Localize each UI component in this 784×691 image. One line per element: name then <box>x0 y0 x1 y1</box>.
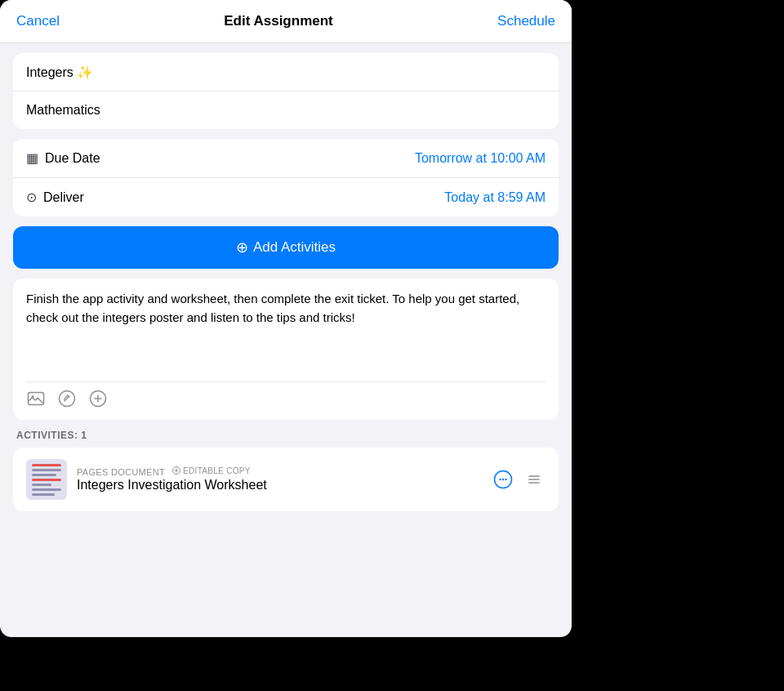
deliver-value[interactable]: Today at 8:59 AM <box>444 190 546 205</box>
activities-section: ACTIVITIES: 1 PAGES DOCUMENT <box>13 430 559 511</box>
schedule-button[interactable]: Schedule <box>497 13 555 29</box>
svg-point-6 <box>499 479 501 480</box>
header: Cancel Edit Assignment Schedule <box>0 0 572 43</box>
activity-reorder-handle[interactable] <box>523 468 546 491</box>
activity-item: PAGES DOCUMENT EDITABLE COPY Integers In… <box>13 448 559 511</box>
date-card: ▦ Due Date Tomorrow at 10:00 AM ⊙ Delive… <box>13 139 559 216</box>
activity-actions <box>492 468 546 491</box>
activity-name: Integers Investigation Worksheet <box>77 478 482 493</box>
clock-icon: ⊙ <box>26 189 37 205</box>
edit-assignment-panel: Cancel Edit Assignment Schedule ▦ Due Da… <box>0 0 572 637</box>
activity-type: PAGES DOCUMENT EDITABLE COPY <box>77 466 482 477</box>
add-activities-label: Add Activities <box>253 239 336 256</box>
due-date-row[interactable]: ▦ Due Date Tomorrow at 10:00 AM <box>13 139 559 178</box>
panel-title: Edit Assignment <box>224 13 333 29</box>
svg-point-7 <box>502 479 504 480</box>
calendar-icon: ▦ <box>26 150 38 166</box>
svg-point-8 <box>505 479 506 480</box>
pen-circle-icon[interactable] <box>57 389 77 408</box>
notes-toolbar <box>26 381 546 408</box>
assignment-subject-input[interactable] <box>13 91 559 129</box>
thumbnail-lines <box>27 459 66 500</box>
plus-icon: ⊕ <box>236 240 248 255</box>
notes-textarea[interactable] <box>26 290 546 372</box>
deliver-label: Deliver <box>43 190 84 205</box>
plus-circle-icon[interactable] <box>88 389 108 408</box>
editable-copy-badge: EDITABLE COPY <box>172 466 251 475</box>
activity-info: PAGES DOCUMENT EDITABLE COPY Integers In… <box>77 466 482 493</box>
notes-card <box>13 279 559 420</box>
assignment-title-input[interactable] <box>13 53 559 91</box>
deliver-row[interactable]: ⊙ Deliver Today at 8:59 AM <box>13 178 559 216</box>
activity-more-button[interactable] <box>492 468 514 491</box>
due-date-label: Due Date <box>45 151 100 166</box>
add-activities-button[interactable]: ⊕ Add Activities <box>13 226 559 269</box>
activity-thumbnail <box>26 459 67 500</box>
image-icon[interactable] <box>26 389 46 408</box>
cancel-button[interactable]: Cancel <box>16 13 60 29</box>
activities-label: ACTIVITIES: 1 <box>13 430 559 441</box>
title-card <box>13 53 559 129</box>
due-date-value[interactable]: Tomorrow at 10:00 AM <box>415 151 546 166</box>
